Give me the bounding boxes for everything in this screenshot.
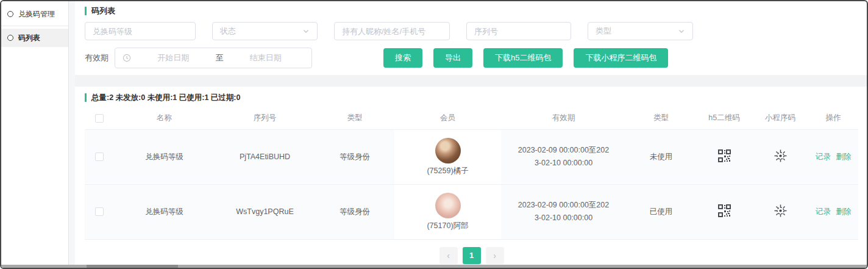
row-checkbox[interactable] <box>95 152 104 161</box>
col-header-serial: 序列号 <box>215 107 315 129</box>
main-content: 码列表 状态 类型 有效期 <box>75 1 867 268</box>
chevron-down-icon <box>302 27 310 35</box>
sidebar-item-redeem-code-management[interactable]: 兑换码管理 <box>1 5 68 23</box>
download-h5-qr-button[interactable]: 下载h5二维码包 <box>483 48 563 68</box>
col-header-mini-qr: 小程序码 <box>752 107 808 129</box>
table-header-row: 名称 序列号 类型 会员 有效期 类型 h5二维码 小程序码 操作 <box>85 107 858 129</box>
scrollbar-thumb[interactable] <box>87 265 178 268</box>
cell-type: 等级身份 <box>315 129 394 184</box>
cell-status: 已使用 <box>626 184 696 239</box>
serial-number-input[interactable] <box>466 22 571 40</box>
title-accent-bar <box>85 7 87 15</box>
summary-stats: 总量:2 未发放:0 未使用:1 已使用:1 已过期:0 <box>85 93 858 102</box>
avatar <box>435 138 461 163</box>
sidebar-item-label: 码列表 <box>18 33 40 43</box>
prev-page-button[interactable]: ‹ <box>439 247 458 264</box>
member-name: (75259)橘子 <box>427 166 468 176</box>
col-header-actions: 操作 <box>808 107 858 129</box>
col-header-type: 类型 <box>315 107 394 129</box>
table-row: 兑换码等级 PjTA4EtiBUHD 等级身份 (75259)橘子 2023-0… <box>85 129 858 184</box>
start-date-placeholder: 开始日期 <box>135 52 212 63</box>
cell-serial: PjTA4EtiBUHD <box>215 129 315 184</box>
record-link[interactable]: 记录 <box>816 152 831 161</box>
row-checkbox[interactable] <box>95 207 104 216</box>
h5-qr-code-icon[interactable] <box>718 204 731 217</box>
cell-status: 未使用 <box>626 129 696 184</box>
date-range-picker[interactable]: 开始日期 至 结束日期 <box>115 48 312 68</box>
page-title-text: 码列表 <box>91 5 115 16</box>
circle-icon <box>7 35 13 41</box>
summary-text: 总量:2 未发放:0 未使用:1 已使用:1 已过期:0 <box>91 93 240 103</box>
delete-link[interactable]: 删除 <box>836 152 851 161</box>
avatar <box>435 193 461 218</box>
cell-h5-qr <box>696 129 752 184</box>
type-select[interactable]: 类型 <box>588 22 693 40</box>
cell-name: 兑换码等级 <box>114 184 215 239</box>
current-page-button[interactable]: 1 <box>463 247 481 264</box>
app-window: 兑换码管理 码列表 码列表 状态 类型 <box>0 0 868 269</box>
cell-member: (75170)阿部 <box>394 184 501 239</box>
circle-icon <box>7 11 13 17</box>
filter-row-1: 状态 类型 <box>85 22 858 40</box>
pagination: ‹ 1 › <box>85 247 858 264</box>
date-range-separator: 至 <box>216 52 224 63</box>
cell-validity: 2023-02-09 00:00:00至202 3-02-10 00:00:00 <box>501 184 626 239</box>
cell-mini-qr <box>752 129 808 184</box>
record-link[interactable]: 记录 <box>816 207 831 216</box>
col-header-validity: 有效期 <box>501 107 626 129</box>
cell-serial: WsTvgy1PQRuE <box>215 184 315 239</box>
sidebar: 兑换码管理 码列表 <box>1 1 69 268</box>
cell-type: 等级身份 <box>315 184 394 239</box>
h5-qr-code-icon[interactable] <box>718 149 731 162</box>
summary-accent-bar <box>85 93 87 102</box>
validity-label: 有效期 <box>85 52 108 63</box>
cell-name: 兑换码等级 <box>114 129 215 184</box>
status-select[interactable]: 状态 <box>212 22 318 40</box>
cell-member: (75259)橘子 <box>394 129 501 184</box>
chevron-down-icon <box>678 27 685 35</box>
cell-mini-qr <box>752 184 808 239</box>
cell-h5-qr <box>696 184 752 239</box>
table-row: 兑换码等级 WsTvgy1PQRuE 等级身份 (75170)阿部 2023-0… <box>85 184 858 239</box>
export-button[interactable]: 导出 <box>433 48 472 68</box>
col-header-member: 会员 <box>394 107 501 129</box>
member-name: (75170)阿部 <box>427 221 468 231</box>
miniprogram-code-icon[interactable] <box>774 149 788 163</box>
section-separator <box>75 75 867 87</box>
download-miniprogram-qr-button[interactable]: 下载小程序二维码包 <box>574 48 668 68</box>
select-all-checkbox[interactable] <box>95 114 104 123</box>
next-page-button[interactable]: › <box>486 247 504 264</box>
sidebar-item-label: 兑换码管理 <box>18 9 55 20</box>
holder-input[interactable] <box>334 22 450 40</box>
col-header-status: 类型 <box>626 107 696 129</box>
end-date-placeholder: 结束日期 <box>227 52 305 63</box>
col-header-name: 名称 <box>114 107 215 129</box>
miniprogram-code-icon[interactable] <box>774 204 788 218</box>
col-header-h5-qr: h5二维码 <box>696 107 752 129</box>
filter-row-2: 有效期 开始日期 至 结束日期 搜索 导出 下载h5二维码包 下载小程序二维码包 <box>85 48 858 68</box>
cell-actions: 记录 删除 <box>808 184 858 239</box>
delete-link[interactable]: 删除 <box>836 207 851 216</box>
sidebar-divider <box>1 26 68 26</box>
horizontal-scrollbar[interactable] <box>1 265 867 268</box>
redeem-level-input[interactable] <box>85 22 196 40</box>
clock-icon <box>123 54 131 62</box>
status-select-value: 状态 <box>220 26 236 37</box>
code-table: 名称 序列号 类型 会员 有效期 类型 h5二维码 小程序码 操作 兑换码等级 … <box>85 107 858 240</box>
page-title: 码列表 <box>85 6 858 16</box>
sidebar-item-code-list[interactable]: 码列表 <box>1 29 68 47</box>
search-button[interactable]: 搜索 <box>383 48 422 68</box>
type-select-value: 类型 <box>596 26 611 37</box>
sidebar-scroll-gutter[interactable] <box>69 1 75 268</box>
cell-actions: 记录 删除 <box>808 129 858 184</box>
cell-validity: 2023-02-09 00:00:00至202 3-02-10 00:00:00 <box>501 129 626 184</box>
